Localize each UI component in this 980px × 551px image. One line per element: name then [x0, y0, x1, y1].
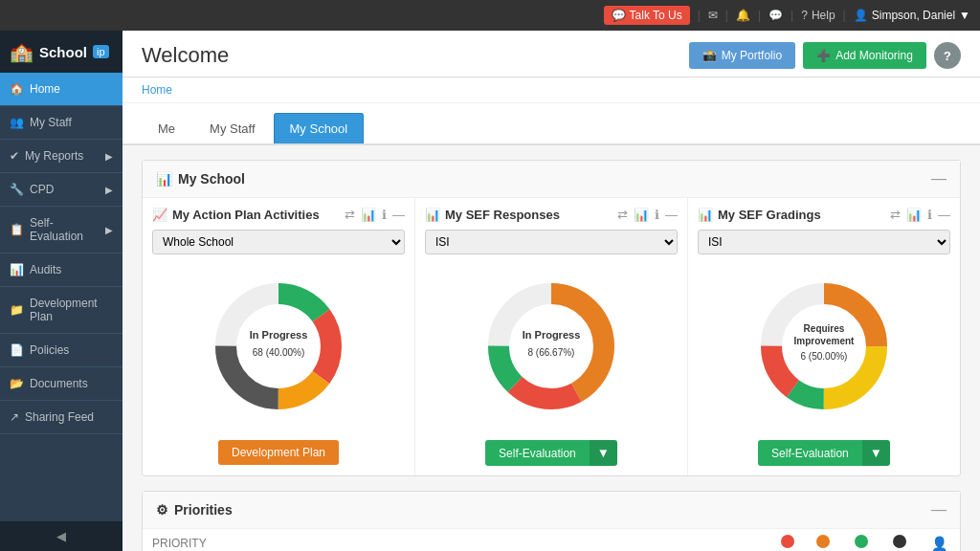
person-icon-header: 👤 — [931, 536, 947, 551]
sidebar-item-cpd[interactable]: 🔧 CPD ▶ — [0, 173, 122, 207]
breadcrumb: Home — [122, 77, 980, 103]
card-sef-gradings-header: 📊 My SEF Gradings ⇄ 📊 ℹ — — [698, 208, 950, 222]
card-sef-responses-footer: Self-Evaluation ▼ — [425, 440, 678, 466]
user-menu[interactable]: 👤 Simpson, Daniel ▼ — [854, 9, 970, 22]
sidebar-item-documents[interactable]: 📂 Documents — [0, 367, 122, 401]
help-icon: ? — [801, 9, 808, 22]
svg-text:In Progress: In Progress — [250, 329, 308, 341]
card-sef-responses-header: 📊 My SEF Responses ⇄ 📊 ℹ — — [425, 208, 678, 222]
card-action-plan: 📈 My Action Plan Activities ⇄ 📊 ℹ — Whol… — [143, 198, 415, 475]
talk-to-us-button[interactable]: 💬 Talk To Us — [604, 6, 690, 25]
tab-my-school[interactable]: My School — [274, 113, 365, 143]
svg-text:6 (50.00%): 6 (50.00%) — [801, 351, 848, 362]
logo-text: School — [39, 44, 87, 60]
gear-icon: ⚙ — [156, 502, 168, 518]
sidebar-item-self-evaluation[interactable]: 📋 Self-Evaluation ▶ — [0, 207, 122, 253]
content-header: Welcome 📸 My Portfolio ➕ Add Monitoring … — [122, 31, 980, 77]
sidebar-item-development-plan[interactable]: 📁 Development Plan — [0, 287, 122, 334]
tab-my-staff[interactable]: My Staff — [193, 113, 271, 143]
card-action-plan-title: 📈 My Action Plan Activities — [152, 208, 320, 222]
card-sef-gradings-chart: Requires Improvement 6 (50.00%) — [698, 260, 950, 432]
black-dot-header — [893, 535, 906, 548]
my-school-section-title: 📊 My School — [156, 171, 245, 187]
sidebar-cpd-label: CPD — [30, 183, 54, 196]
sidebar-collapse-button[interactable]: ◀ — [0, 521, 122, 551]
separator-1: | — [698, 9, 701, 22]
sidebar-self-eval-label: Self-Evaluation — [30, 216, 105, 243]
self-evaluation-dropdown-1[interactable]: ▼ — [590, 440, 617, 466]
line-chart-icon: 📈 — [152, 208, 167, 222]
sidebar-sharing-label: Sharing Feed — [25, 410, 94, 424]
my-portfolio-button[interactable]: 📸 My Portfolio — [689, 42, 795, 69]
minus-icon-2[interactable]: — — [665, 208, 678, 222]
minus-icon[interactable]: — — [392, 208, 405, 222]
info-icon[interactable]: ℹ — [382, 208, 387, 222]
card-sef-responses-filter[interactable]: ISI — [425, 230, 678, 254]
card-sef-gradings: 📊 My SEF Gradings ⇄ 📊 ℹ — ISI — [688, 198, 960, 475]
logo-badge: ip — [93, 45, 109, 58]
self-evaluation-button-2[interactable]: Self-Evaluation — [758, 440, 862, 466]
help-circle-button[interactable]: ? — [934, 42, 961, 69]
topbar: 💬 Talk To Us | ✉ | 🔔 | 💬 | ? Help | 👤 Si… — [0, 0, 980, 31]
bar-icon-2: 📊 — [425, 208, 440, 222]
help-button[interactable]: ? Help — [801, 9, 835, 22]
sidebar-audits-label: Audits — [30, 263, 61, 276]
priorities-label: Priorities — [174, 502, 233, 518]
sidebar-policies-label: Policies — [30, 343, 69, 357]
card-sef-gradings-footer: Self-Evaluation ▼ — [698, 440, 950, 466]
share-icon-2[interactable]: ⇄ — [617, 208, 628, 222]
comment-icon: 💬 — [768, 9, 783, 22]
development-plan-button[interactable]: Development Plan — [218, 440, 339, 465]
self-evaluation-dropdown-2[interactable]: ▼ — [862, 440, 890, 466]
minus-icon-3[interactable]: — — [938, 208, 950, 222]
portfolio-label: My Portfolio — [722, 49, 782, 62]
share-icon-3[interactable]: ⇄ — [890, 208, 901, 222]
card-sef-responses-chart: In Progress 8 (66.67%) — [425, 260, 678, 432]
priorities-title: ⚙ Priorities — [156, 502, 233, 518]
bar-chart-icon-2[interactable]: 📊 — [634, 208, 649, 222]
card-action-plan-filter[interactable]: Whole School — [152, 230, 405, 254]
self-evaluation-button-1[interactable]: Self-Evaluation — [485, 440, 590, 466]
sidebar-item-my-staff[interactable]: 👥 My Staff — [0, 106, 122, 140]
card-action-plan-footer: Development Plan — [152, 440, 405, 465]
policies-icon: 📄 — [10, 343, 24, 357]
envelope-icon-btn[interactable]: ✉ — [708, 9, 718, 22]
envelope-icon: ✉ — [708, 9, 718, 22]
help-label: Help — [812, 9, 835, 22]
card-sef-responses-title: 📊 My SEF Responses — [425, 208, 560, 222]
tab-me[interactable]: Me — [142, 113, 191, 143]
section-collapse-button[interactable]: — — [931, 170, 947, 187]
sidebar-item-audits[interactable]: 📊 Audits — [0, 253, 122, 287]
sidebar-item-sharing-feed[interactable]: ↗ Sharing Feed — [0, 401, 122, 434]
comment-icon-btn[interactable]: 💬 — [768, 9, 783, 22]
staff-icon: 👥 — [10, 116, 24, 129]
audits-icon: 📊 — [10, 263, 24, 276]
bar-chart-icon: 📊 — [156, 171, 172, 187]
svg-text:In Progress: In Progress — [523, 329, 581, 341]
sidebar-item-policies[interactable]: 📄 Policies — [0, 334, 122, 367]
card-sef-responses-actions: ⇄ 📊 ℹ — — [617, 208, 678, 222]
separator-2: | — [725, 9, 728, 22]
sidebar-home-label: Home — [30, 82, 60, 96]
add-monitoring-button[interactable]: ➕ Add Monitoring — [803, 42, 926, 69]
svg-text:Requires: Requires — [804, 323, 845, 334]
priorities-collapse-button[interactable]: — — [931, 501, 947, 518]
col-header-orange — [807, 529, 845, 551]
monitoring-icon: ➕ — [816, 49, 831, 62]
info-icon-2[interactable]: ℹ — [655, 208, 659, 222]
info-icon-3[interactable]: ℹ — [927, 208, 932, 222]
sidebar-item-home[interactable]: 🏠 Home — [0, 73, 122, 106]
bell-icon-btn[interactable]: 🔔 — [736, 9, 750, 22]
share-icon[interactable]: ⇄ — [345, 208, 355, 222]
breadcrumb-home-link[interactable]: Home — [142, 83, 172, 97]
sidebar-staff-label: My Staff — [30, 116, 72, 129]
header-actions: 📸 My Portfolio ➕ Add Monitoring ? — [689, 42, 961, 69]
monitoring-label: Add Monitoring — [835, 49, 913, 62]
chevron-down-icon: ▼ — [959, 9, 970, 22]
green-dot-header — [855, 535, 868, 548]
card-sef-gradings-filter[interactable]: ISI — [698, 230, 950, 254]
sidebar-item-my-reports[interactable]: ✔ My Reports ▶ — [0, 140, 122, 173]
separator-3: | — [758, 9, 761, 22]
bar-chart-small-icon[interactable]: 📊 — [361, 208, 376, 222]
bar-chart-icon-3[interactable]: 📊 — [906, 208, 922, 222]
